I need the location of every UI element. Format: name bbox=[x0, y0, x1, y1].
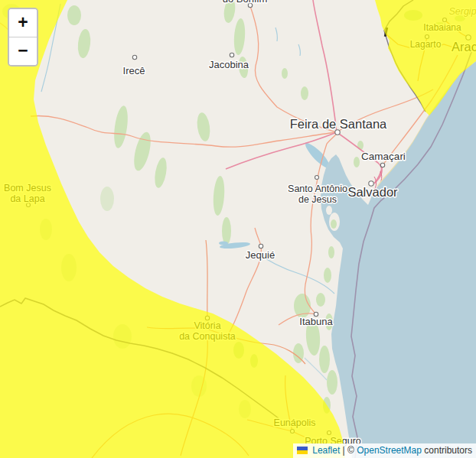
city-label: Jacobina bbox=[209, 59, 249, 70]
map-tiles: do BonfimIrecêJacobinaFeira de SantanaCa… bbox=[0, 0, 476, 458]
osm-link[interactable]: OpenStreetMap bbox=[357, 445, 422, 456]
city-label: Salvador bbox=[347, 185, 398, 199]
city-label: Irecê bbox=[123, 65, 145, 76]
map-canvas[interactable]: do BonfimIrecêJacobinaFeira de SantanaCa… bbox=[0, 0, 476, 458]
city-marker bbox=[230, 53, 233, 57]
city-label: Jequié bbox=[246, 249, 275, 261]
city-label: Feira de Santana bbox=[290, 117, 387, 131]
zoom-control: + − bbox=[8, 8, 38, 67]
city-label: do Bonfim bbox=[223, 0, 268, 5]
zoom-in-button[interactable]: + bbox=[9, 9, 37, 37]
city-label: Santo Antônio bbox=[288, 184, 347, 194]
ukraine-flag-icon bbox=[297, 447, 308, 454]
city-marker bbox=[315, 176, 319, 180]
copyright-symbol: © bbox=[347, 445, 354, 456]
contributors-text: contributors bbox=[424, 445, 472, 456]
city-label: Itabuna bbox=[299, 316, 333, 327]
city-marker bbox=[380, 163, 384, 167]
attribution-separator: | bbox=[343, 445, 345, 456]
city-label: de Jesus bbox=[298, 194, 337, 205]
city-label: Camaçari bbox=[361, 151, 406, 162]
city-marker bbox=[259, 244, 262, 248]
zoom-out-button[interactable]: − bbox=[9, 37, 37, 65]
city-marker bbox=[132, 55, 136, 59]
attribution-bar: Leaflet | © OpenStreetMap contributors bbox=[293, 443, 476, 458]
leaflet-link[interactable]: Leaflet bbox=[312, 445, 340, 456]
